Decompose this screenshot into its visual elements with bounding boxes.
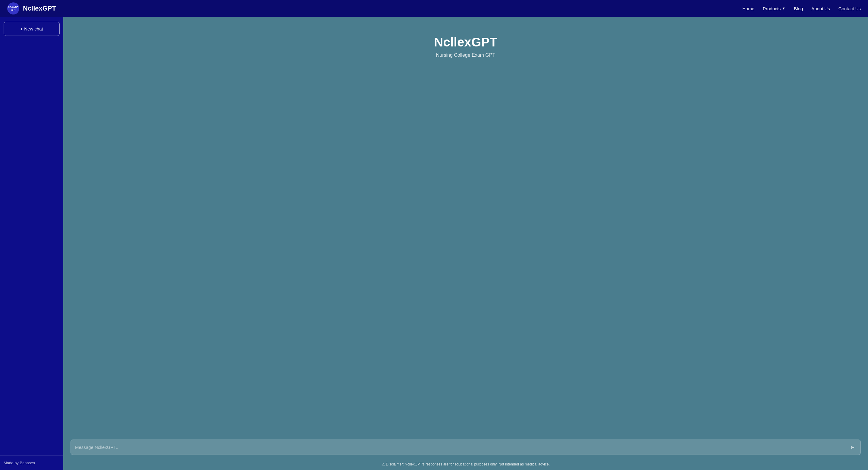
nav-contact-link[interactable]: Contact Us	[838, 6, 861, 11]
logo-icon: NCLLEX GPT	[7, 2, 19, 14]
nav-about-link[interactable]: About Us	[811, 6, 830, 11]
made-by-label: Made by Benasco	[4, 461, 35, 465]
disclaimer-bar: ⚠ Disclaimer: NcllexGPT's responses are …	[63, 460, 868, 470]
chevron-down-icon: ▼	[782, 6, 785, 10]
nav-products-link[interactable]: Products ▼	[763, 6, 785, 11]
navbar-brand: NCLLEX GPT NcllexGPT	[7, 2, 742, 14]
brand-title: NcllexGPT	[23, 4, 56, 12]
chat-area: NcllexGPT Nursing College Exam GPT	[63, 17, 868, 435]
send-icon: ➤	[850, 444, 855, 451]
sidebar: + New chat Made by Benasco	[0, 17, 63, 470]
nav-home-link[interactable]: Home	[742, 6, 754, 11]
chat-input[interactable]	[75, 440, 848, 454]
sidebar-footer: Made by Benasco	[0, 456, 63, 470]
nav-blog-link[interactable]: Blog	[794, 6, 803, 11]
sidebar-top: + New chat	[0, 17, 63, 456]
nav-links: Home Products ▼ Blog About Us Contact Us	[742, 6, 861, 11]
app-title: NcllexGPT	[434, 35, 497, 50]
main-layout: + New chat Made by Benasco NcllexGPT Nur…	[0, 17, 868, 470]
chat-input-wrapper: ➤	[70, 440, 861, 455]
send-button[interactable]: ➤	[848, 443, 856, 452]
app-subtitle: Nursing College Exam GPT	[436, 53, 495, 58]
main-content: NcllexGPT Nursing College Exam GPT ➤ ⚠ D…	[63, 17, 868, 470]
disclaimer-text: ⚠ Disclaimer: NcllexGPT's responses are …	[381, 462, 550, 466]
navbar: NCLLEX GPT NcllexGPT Home Products ▼ Blo…	[0, 0, 868, 17]
chat-input-container: ➤	[63, 435, 868, 460]
new-chat-button[interactable]: + New chat	[4, 22, 60, 36]
